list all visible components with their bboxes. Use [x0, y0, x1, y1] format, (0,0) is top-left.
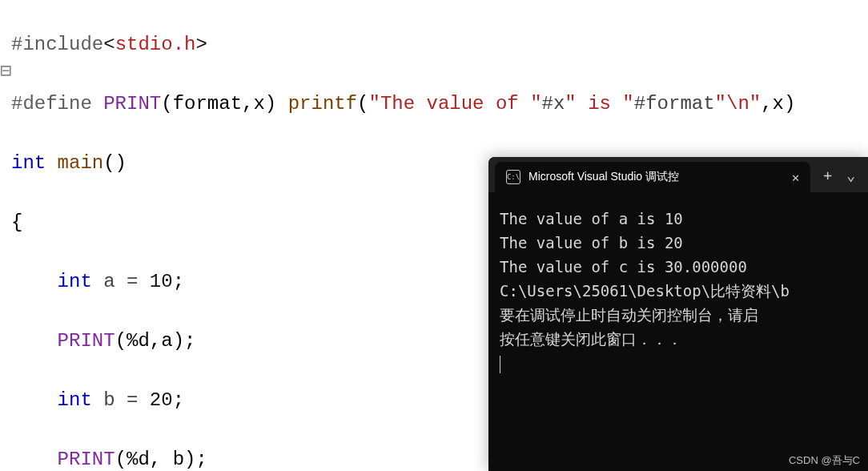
- func-main: main: [58, 152, 104, 174]
- output-line: The value of a is 10: [500, 207, 860, 231]
- keyword-int: int: [58, 271, 104, 292]
- close-tab-icon[interactable]: ✕: [792, 170, 800, 185]
- macro-call: PRINT: [58, 449, 115, 470]
- macro-params: (format,x): [161, 93, 287, 115]
- indent: [11, 271, 58, 292]
- angle-open: <: [103, 34, 115, 55]
- number-literal: 10: [150, 271, 173, 292]
- macro-args: (%d, b);: [115, 449, 207, 470]
- output-line: C:\Users\25061\Desktop\比特资料\b: [500, 279, 860, 303]
- header-name: stdio.h: [115, 34, 196, 55]
- preproc-directive: #define: [11, 93, 103, 115]
- angle-close: >: [195, 34, 207, 55]
- output-line: The value of b is 20: [500, 231, 860, 255]
- keyword-int: int: [11, 152, 58, 174]
- string-literal: "The value of ": [369, 93, 542, 115]
- keyword-int: int: [58, 389, 104, 411]
- output-line: 按任意键关闭此窗口．．．: [500, 327, 860, 351]
- preproc-directive: #include: [11, 34, 103, 55]
- terminal-cursor: [500, 356, 500, 373]
- debug-console-window: C:\ Microsoft Visual Studio 调试控 ✕ + ⌄ Th…: [488, 157, 868, 471]
- terminal-tab[interactable]: C:\ Microsoft Visual Studio 调试控 ✕: [495, 162, 810, 192]
- watermark-text: CSDN @吾与C: [789, 453, 860, 468]
- code-line: #include<stdio.h>: [11, 30, 868, 59]
- macro-args: (%d,a);: [115, 330, 196, 352]
- terminal-output[interactable]: The value of a is 10The value of b is 20…: [488, 192, 868, 383]
- hash-param: #x: [542, 93, 565, 115]
- indent: [11, 449, 58, 470]
- output-line: 要在调试停止时自动关闭控制台，请启: [500, 303, 860, 327]
- new-tab-button[interactable]: +: [823, 167, 832, 183]
- indent: [11, 330, 58, 352]
- hash-param: #format: [634, 93, 715, 115]
- identifier: b =: [103, 389, 150, 411]
- identifier: a =: [103, 271, 150, 292]
- terminal-actions: + ⌄: [810, 157, 868, 192]
- number-literal: 20: [150, 389, 173, 411]
- macro-call: PRINT: [58, 330, 115, 352]
- string-literal: " is ": [565, 93, 633, 115]
- output-line: The value of c is 30.000000: [500, 255, 860, 279]
- args-rest: ,x): [761, 93, 795, 115]
- macro-name: PRINT: [103, 93, 161, 115]
- parens: (): [103, 152, 127, 174]
- terminal-tab-title: Microsoft Visual Studio 调试控: [528, 170, 784, 184]
- semicolon: ;: [173, 271, 184, 292]
- fold-main-icon[interactable]: ⊟: [0, 59, 11, 83]
- func-call: printf: [288, 93, 357, 115]
- semicolon: ;: [173, 389, 184, 411]
- cmd-icon: C:\: [506, 170, 520, 184]
- brace-open: {: [11, 211, 22, 233]
- paren-open: (: [357, 93, 368, 115]
- string-literal: "\n": [715, 93, 762, 115]
- indent: [11, 389, 58, 411]
- tab-dropdown-icon[interactable]: ⌄: [846, 167, 855, 183]
- code-line: #define PRINT(format,x) printf("The valu…: [11, 89, 868, 119]
- terminal-titlebar[interactable]: C:\ Microsoft Visual Studio 调试控 ✕ + ⌄: [488, 157, 868, 192]
